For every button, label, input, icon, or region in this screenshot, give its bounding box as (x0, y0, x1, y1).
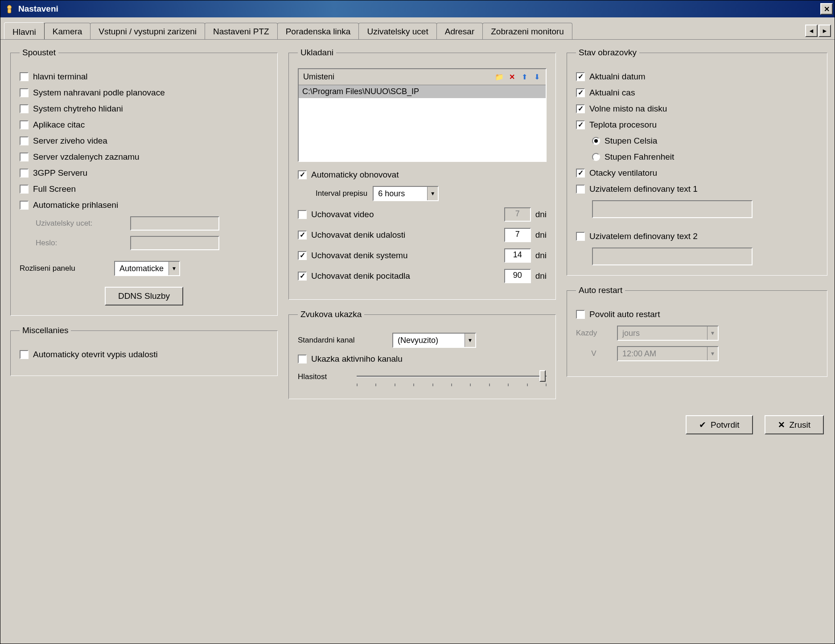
move-down-icon[interactable]: ⬇ (532, 73, 541, 82)
cb-keep-counterlog[interactable] (298, 272, 307, 281)
tab-io-devices[interactable]: Vstupni / vystupni zarizeni (90, 23, 205, 39)
lbl-keep-systemlog: Uchovavat denik systemu (311, 251, 500, 260)
cb-user-text2[interactable] (576, 232, 585, 241)
group-startup: Spoustet hlavni terminal System nahravan… (10, 48, 278, 316)
lbl-keep-counterlog-unit: dni (535, 271, 547, 281)
tab-user-account[interactable]: Uzivatelsky ucet (358, 23, 436, 39)
user-text1-field[interactable] (592, 200, 753, 218)
combo-at-time[interactable]: 12:00 AM (617, 346, 719, 361)
lbl-cpu-temp: Teplota procesoru (589, 120, 657, 130)
combo-resolution[interactable]: Automaticke (114, 261, 180, 276)
lbl-at: V (576, 349, 612, 358)
check-icon: ✔ (699, 420, 706, 430)
combo-interval[interactable]: 6 hours (373, 186, 439, 201)
combo-default-channel[interactable]: (Nevyuzito) (392, 333, 476, 348)
tab-ptz[interactable]: Nastaveni PTZ (205, 23, 278, 39)
radio-celsius[interactable] (592, 137, 600, 145)
svg-rect-1 (8, 9, 11, 13)
lbl-default-channel: Standardni kanal (298, 336, 387, 345)
cb-auto-login[interactable] (20, 201, 29, 210)
tab-addressbook[interactable]: Adresar (436, 23, 483, 39)
lbl-full-screen: Full Screen (33, 184, 76, 194)
lbl-reader-app: Aplikace citac (33, 120, 85, 130)
cb-keep-eventlog[interactable] (298, 231, 307, 239)
lbl-current-date: Aktualni datum (589, 72, 646, 82)
lbl-volume: Hlasitost (298, 372, 351, 381)
delete-icon[interactable]: ✕ (507, 73, 516, 82)
cb-reader-app[interactable] (20, 120, 29, 129)
keep-systemlog-days[interactable]: 14 (504, 248, 531, 263)
combo-every[interactable]: jours (617, 326, 719, 341)
lbl-current-time: Aktualni cas (589, 88, 635, 98)
window-title: Nastaveni (18, 4, 819, 14)
tab-hotline[interactable]: Poradenska linka (277, 23, 359, 39)
app-icon (4, 4, 15, 14)
cb-cpu-temp[interactable] (576, 120, 585, 129)
tab-hlavni[interactable]: Hlavni (4, 22, 45, 40)
cb-full-screen[interactable] (20, 185, 29, 194)
tab-monitor-display[interactable]: Zobrazeni monitoru (482, 23, 572, 39)
keep-video-days[interactable]: 7 (504, 207, 531, 222)
keep-eventlog-days[interactable]: 7 (504, 228, 531, 242)
cb-main-terminal[interactable] (20, 72, 29, 81)
cb-fan-speed[interactable] (576, 169, 585, 178)
tab-scroll-right[interactable]: ► (819, 25, 831, 37)
cb-record-plan[interactable] (20, 88, 29, 97)
lbl-open-eventlog: Automaticky otevrit vypis udalosti (33, 350, 158, 359)
cb-3gpp-server[interactable] (20, 169, 29, 178)
lbl-keep-eventlog-unit: dni (535, 230, 547, 240)
cb-enable-auto-restart[interactable] (576, 310, 585, 319)
legend-audio: Zvukova ukazka (298, 310, 364, 319)
password-field[interactable] (130, 236, 219, 250)
lbl-user-text1: Uzivatelem definovany text 1 (589, 184, 698, 194)
col-location: Umisteni (303, 72, 334, 82)
tab-strip: Hlavni Kamera Vstupni / vystupni zarizen… (0, 17, 835, 40)
cb-open-eventlog[interactable] (20, 350, 29, 359)
lbl-keep-video: Uchovavat video (311, 210, 500, 219)
cb-smart-guard[interactable] (20, 104, 29, 113)
lbl-fan-speed: Otacky ventilatoru (589, 168, 657, 178)
location-row[interactable]: C:\Program Files\NUUO\SCB_IP (299, 85, 546, 98)
lbl-user-text2: Uzivatelem definovany text 2 (589, 231, 698, 241)
volume-slider[interactable] (357, 370, 547, 384)
radio-fahrenheit[interactable] (592, 153, 600, 161)
cb-auto-recycle[interactable] (298, 170, 307, 179)
lbl-interval: Interval prepisu (316, 189, 367, 198)
legend-storage: Ukladani (298, 48, 336, 58)
cb-current-time[interactable] (576, 88, 585, 97)
legend-auto-restart: Auto restart (576, 285, 625, 295)
location-list[interactable]: C:\Program Files\NUUO\SCB_IP (299, 85, 546, 161)
ddns-button[interactable]: DDNS Sluzby (105, 287, 183, 305)
cb-current-date[interactable] (576, 72, 585, 81)
cancel-button[interactable]: ✕ Zrusit (765, 415, 824, 434)
tab-scroll-left[interactable]: ◄ (805, 25, 818, 37)
lbl-main-terminal: hlavni terminal (33, 72, 88, 82)
cb-keep-systemlog[interactable] (298, 251, 307, 260)
legend-status: Stav obrazovky (576, 48, 639, 58)
cb-live-server[interactable] (20, 136, 29, 145)
keep-counterlog-days[interactable]: 90 (504, 269, 531, 283)
cb-free-space[interactable] (576, 104, 585, 113)
lbl-keep-counterlog: Uchovavat denik pocitadla (311, 271, 500, 281)
cb-user-text1[interactable] (576, 185, 585, 194)
folder-icon[interactable]: 📁 (495, 73, 504, 82)
cb-remote-server[interactable] (20, 153, 29, 161)
tab-kamera[interactable]: Kamera (44, 23, 91, 39)
lbl-keep-eventlog: Uchovavat denik udalosti (311, 230, 500, 240)
user-field[interactable] (130, 216, 219, 231)
move-up-icon[interactable]: ⬆ (520, 73, 529, 82)
lbl-user-account: Uzivatelsky ucet: (36, 219, 125, 228)
group-audio: Zvukova ukazka Standardni kanal (Nevyuzi… (288, 310, 556, 399)
lbl-keep-systemlog-unit: dni (535, 251, 547, 260)
cb-active-channel-preview[interactable] (298, 355, 307, 363)
ok-button[interactable]: ✔ Potvrdit (686, 415, 753, 434)
cb-keep-video[interactable] (298, 210, 307, 219)
lbl-active-channel-preview: Ukazka aktivniho kanalu (311, 354, 403, 364)
group-misc: Miscellanies Automaticky otevrit vypis u… (10, 326, 278, 376)
group-status: Stav obrazovky Aktualni datum Aktualni c… (567, 48, 827, 276)
lbl-3gpp-server: 3GPP Serveru (33, 168, 87, 178)
user-text2-field[interactable] (592, 248, 753, 265)
lbl-auto-login: Automaticke prihlaseni (33, 200, 118, 210)
close-button[interactable]: ✕ (820, 3, 833, 15)
lbl-live-server: Server ziveho videa (33, 136, 107, 146)
